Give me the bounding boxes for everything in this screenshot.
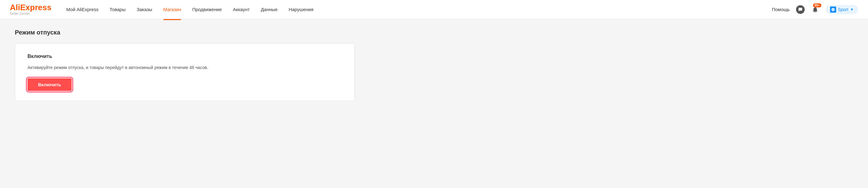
nav-products[interactable]: Товары — [110, 5, 126, 13]
nav-promotion[interactable]: Продвижение — [192, 5, 222, 13]
notification-badge: 99+ — [813, 3, 822, 7]
notification-button[interactable]: 99+ — [811, 5, 819, 14]
main-nav: Мой AliExpress Товары Заказы Магазин Про… — [66, 5, 772, 13]
card-title: Включить — [28, 53, 342, 59]
store-name: Sport — [838, 7, 848, 12]
logo[interactable]: AliExpress Seller Center — [10, 3, 51, 15]
help-link[interactable]: Помощь — [772, 7, 790, 12]
logo-seller-center: Seller Center — [10, 12, 51, 15]
chat-button[interactable] — [796, 5, 805, 14]
vacation-mode-card: Включить Активируйте режим отпуска, и то… — [15, 43, 354, 101]
nav-violations[interactable]: Нарушения — [289, 5, 313, 13]
chat-icon — [796, 5, 805, 14]
chevron-down-icon: ▼ — [850, 7, 854, 12]
main-content: Режим отпуска Включить Активируйте режим… — [0, 19, 868, 111]
header: AliExpress Seller Center Мой AliExpress … — [0, 0, 868, 19]
enable-vacation-button[interactable]: Включить — [28, 78, 72, 91]
card-description: Активируйте режим отпуска, и товары пере… — [28, 64, 342, 71]
nav-shop[interactable]: Магазин — [163, 5, 181, 13]
nav-data[interactable]: Данные — [261, 5, 277, 13]
page-title: Режим отпуска — [15, 29, 853, 36]
nav-orders[interactable]: Заказы — [136, 5, 152, 13]
nav-account[interactable]: Аккаунт — [233, 5, 250, 13]
store-selector[interactable]: Sport ▼ — [826, 5, 858, 14]
logo-express: Express — [20, 3, 51, 12]
nav-my-aliexpress[interactable]: Мой AliExpress — [66, 5, 98, 13]
store-icon — [830, 6, 836, 13]
header-right: Помощь 99+ Sport — [772, 5, 858, 14]
logo-ali: Ali — [10, 3, 20, 12]
